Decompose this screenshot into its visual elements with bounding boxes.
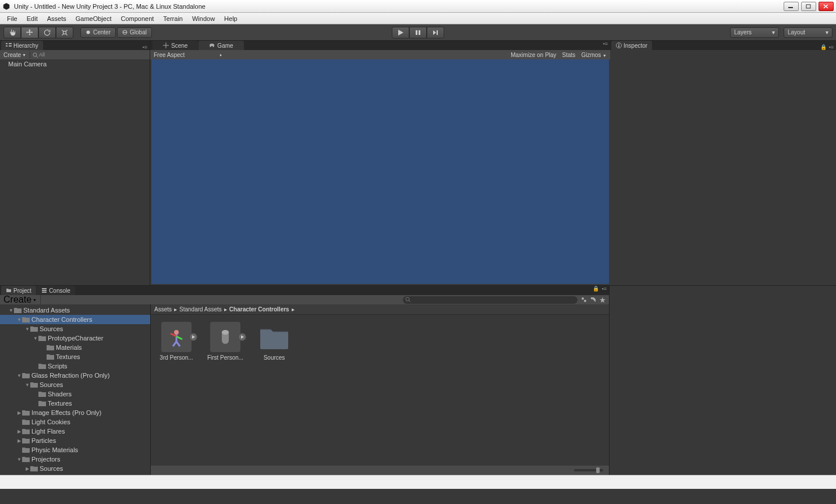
layers-dropdown[interactable]: Layers▾ <box>730 27 779 38</box>
chevron-right-icon: ▸ <box>174 306 177 313</box>
expand-arrow-icon[interactable]: ▼ <box>8 308 14 313</box>
tree-item[interactable]: ▼Character Controllers <box>0 315 150 324</box>
gizmos-dropdown[interactable]: Gizmos ▼ <box>581 52 607 58</box>
step-button[interactable] <box>427 27 444 38</box>
aspect-dropdown[interactable]: Free Aspect♦ <box>154 52 222 58</box>
breadcrumb: Assets▸ Standard Assets▸ Character Contr… <box>151 304 609 315</box>
tree-item[interactable]: ▶Particles <box>0 436 150 445</box>
expand-arrow-icon[interactable]: ▶ <box>16 429 22 434</box>
asset-item[interactable]: First Person... <box>207 322 244 361</box>
expand-arrow-icon[interactable]: ▶ <box>24 466 30 471</box>
asset-item[interactable]: Sources <box>256 322 293 361</box>
tree-item[interactable]: ▼Sources <box>0 380 150 389</box>
menu-component[interactable]: Component <box>116 14 158 23</box>
asset-item[interactable]: 3rd Person... <box>158 322 195 361</box>
svg-line-42 <box>176 342 180 346</box>
tree-item[interactable]: Shaders <box>0 389 150 399</box>
play-badge-icon[interactable] <box>238 333 246 341</box>
menu-window[interactable]: Window <box>187 14 219 23</box>
tree-item[interactable]: ▼Projectors <box>0 455 150 464</box>
tree-item-label: Scripts <box>48 363 68 370</box>
expand-arrow-icon[interactable]: ▼ <box>16 457 22 462</box>
expand-arrow-icon[interactable]: ▼ <box>24 326 30 332</box>
tree-item[interactable]: Textures <box>0 399 150 408</box>
thumbnail-size-slider[interactable] <box>574 469 603 471</box>
panel-options-icon[interactable]: ▪≡ <box>829 44 834 50</box>
game-view[interactable] <box>151 59 609 284</box>
filter-by-type-icon[interactable] <box>580 296 588 304</box>
hand-tool-button[interactable] <box>3 27 21 38</box>
expand-arrow-icon[interactable]: ▼ <box>33 336 38 341</box>
rotate-tool-button[interactable] <box>38 27 56 38</box>
project-create-dropdown[interactable]: Create ▼ <box>0 294 41 305</box>
lock-icon[interactable]: 🔒 <box>593 286 599 295</box>
menu-terrain[interactable]: Terrain <box>158 14 187 23</box>
tree-item[interactable]: Physic Materials <box>0 445 150 455</box>
tree-item[interactable]: Light Cookies <box>0 417 150 427</box>
tree-item[interactable]: Scripts <box>0 361 150 371</box>
pivot-toggle[interactable]: Center <box>80 27 116 38</box>
project-search[interactable] <box>403 296 578 304</box>
maximize-on-play-toggle[interactable]: Maximize on Play <box>511 52 556 58</box>
maximize-button[interactable] <box>801 2 816 11</box>
menu-file[interactable]: File <box>2 14 22 23</box>
inspector-tab[interactable]: Inspector <box>611 41 652 50</box>
hierarchy-create-dropdown[interactable]: Create ▼ <box>0 52 30 58</box>
tree-item[interactable]: ▼Standard Assets <box>0 306 150 315</box>
project-tab[interactable]: Project <box>1 286 36 295</box>
menu-assets[interactable]: Assets <box>42 14 71 23</box>
scale-tool-button[interactable] <box>56 27 73 38</box>
breadcrumb-item[interactable]: Assets <box>154 306 172 313</box>
pause-button[interactable] <box>409 27 427 38</box>
breadcrumb-item-current[interactable]: Character Controllers <box>229 306 289 313</box>
tree-item[interactable]: ▼PrototypeCharacter <box>0 333 150 343</box>
tree-item[interactable]: ▶Sources <box>0 464 150 473</box>
create-label: Create <box>3 52 21 58</box>
tab-scene[interactable]: Scene <box>153 41 198 50</box>
minimize-button[interactable] <box>784 2 799 11</box>
tree-item[interactable]: ▶Light Flares <box>0 427 150 436</box>
tree-item[interactable]: ▶Image Effects (Pro Only) <box>0 408 150 417</box>
stats-toggle[interactable]: Stats <box>562 52 576 58</box>
tab-game[interactable]: Game <box>199 41 243 50</box>
tree-item[interactable]: Materials <box>0 343 150 352</box>
hierarchy-item[interactable]: Main Camera <box>0 59 150 69</box>
menu-gameobject[interactable]: GameObject <box>71 14 116 23</box>
layout-dropdown[interactable]: Layout▾ <box>784 27 833 38</box>
expand-arrow-icon[interactable]: ▼ <box>16 373 22 378</box>
play-badge-icon[interactable] <box>189 333 197 341</box>
expand-arrow-icon[interactable]: ▶ <box>16 438 22 443</box>
inspector-panel: Inspector 🔒 ▪≡ <box>610 41 836 285</box>
close-button[interactable] <box>819 2 834 11</box>
expand-arrow-icon[interactable]: ▼ <box>24 382 30 388</box>
menu-edit[interactable]: Edit <box>22 14 42 23</box>
svg-point-37 <box>174 330 179 335</box>
svg-point-34 <box>582 297 584 300</box>
handle-toggle[interactable]: Global <box>117 27 152 38</box>
tree-item-label: Textures <box>48 400 72 407</box>
panel-options-icon[interactable]: ▪≡ <box>603 41 608 50</box>
hierarchy-tab-label: Hierarchy <box>13 42 38 49</box>
svg-marker-46 <box>241 335 244 339</box>
svg-rect-21 <box>9 45 12 47</box>
panel-options-icon[interactable]: ▪≡ <box>602 286 607 295</box>
panel-options-icon[interactable]: ▪≡ <box>143 44 147 50</box>
save-search-icon[interactable] <box>598 296 607 304</box>
console-tab[interactable]: Console <box>37 286 75 295</box>
os-taskbar <box>0 475 836 489</box>
lock-icon[interactable]: 🔒 <box>820 44 827 50</box>
breadcrumb-item[interactable]: Standard Assets <box>179 306 222 313</box>
tree-item[interactable]: ▼Glass Refraction (Pro Only) <box>0 371 150 380</box>
hierarchy-search[interactable]: All <box>30 52 150 58</box>
expand-arrow-icon[interactable]: ▶ <box>16 410 22 416</box>
tree-item[interactable]: ▼Sources <box>0 324 150 333</box>
menu-help[interactable]: Help <box>219 14 242 23</box>
filter-by-label-icon[interactable] <box>589 296 597 304</box>
move-tool-button[interactable] <box>21 27 38 38</box>
tree-item[interactable]: Textures <box>0 352 150 361</box>
scene-tab-label: Scene <box>171 42 187 49</box>
hierarchy-tab[interactable]: Hierarchy <box>1 41 43 50</box>
svg-rect-30 <box>42 290 47 291</box>
expand-arrow-icon[interactable]: ▼ <box>16 317 22 322</box>
play-button[interactable] <box>392 27 409 38</box>
